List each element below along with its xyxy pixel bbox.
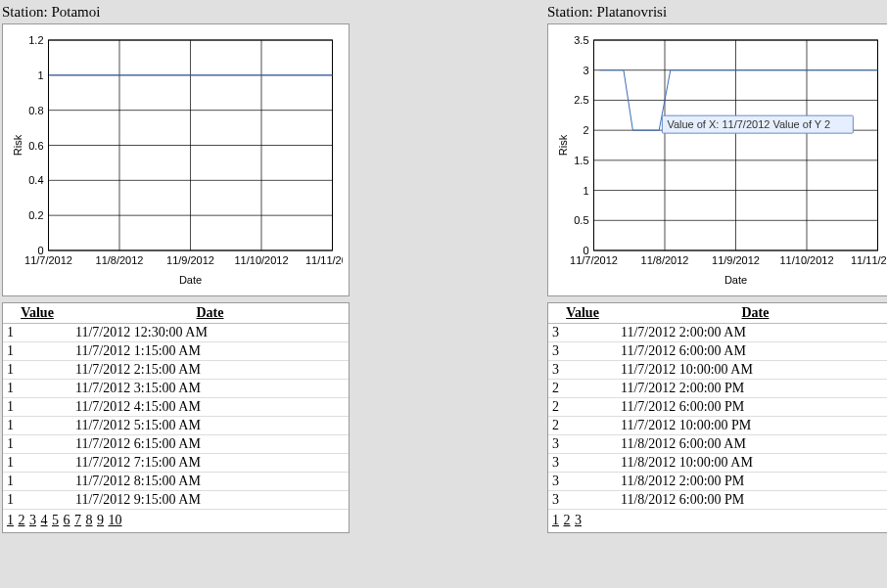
table-row: 111/7/2012 9:15:00 AM xyxy=(3,491,349,510)
svg-text:Value of X: 11/7/2012 Value of: Value of X: 11/7/2012 Value of Y 2 xyxy=(667,118,830,130)
table-row: 111/7/2012 1:15:00 AM xyxy=(3,342,349,361)
svg-text:2.5: 2.5 xyxy=(574,94,588,106)
cell-value: 3 xyxy=(548,435,617,454)
cell-date: 11/7/2012 12:30:00 AM xyxy=(71,324,349,342)
pager-link[interactable]: 2 xyxy=(564,513,571,527)
chart-panel-right: 00.511.522.533.511/7/201211/8/201211/9/2… xyxy=(547,23,887,296)
cell-date: 11/7/2012 2:00:00 AM xyxy=(617,324,887,342)
svg-text:11/7/2012: 11/7/2012 xyxy=(24,254,72,266)
table-panel-right: Value Date 311/7/2012 2:00:00 AM311/7/20… xyxy=(547,302,887,533)
cell-date: 11/7/2012 7:15:00 AM xyxy=(71,454,349,473)
pager-link[interactable]: 3 xyxy=(29,513,36,527)
station-title-right: Station: Platanovrisi xyxy=(547,2,887,23)
table-row: 311/8/2012 6:00:00 AM xyxy=(548,435,887,454)
pager-link[interactable]: 1 xyxy=(7,513,14,527)
svg-text:0.5: 0.5 xyxy=(574,214,588,226)
table-row: 311/8/2012 10:00:00 AM xyxy=(548,454,887,473)
svg-text:3.5: 3.5 xyxy=(574,34,588,46)
cell-date: 11/7/2012 9:15:00 AM xyxy=(71,491,349,510)
cell-value: 1 xyxy=(3,342,71,361)
svg-text:Date: Date xyxy=(724,274,747,286)
cell-value: 3 xyxy=(548,491,617,510)
svg-text:0.6: 0.6 xyxy=(28,140,43,152)
cell-value: 2 xyxy=(548,417,617,435)
svg-text:1: 1 xyxy=(37,69,43,81)
pager-left: 1 2 3 4 5 6 7 8 9 10 xyxy=(3,510,349,532)
pager-link[interactable]: 9 xyxy=(97,513,104,527)
table-row: 311/7/2012 6:00:00 AM xyxy=(548,342,887,361)
cell-value: 1 xyxy=(3,491,71,510)
cell-date: 11/8/2012 2:00:00 PM xyxy=(617,473,887,491)
cell-date: 11/7/2012 2:00:00 PM xyxy=(617,380,887,398)
svg-text:Risk: Risk xyxy=(557,134,569,156)
svg-text:1: 1 xyxy=(583,185,588,197)
table-row: 311/7/2012 2:00:00 AM xyxy=(548,324,887,342)
col-header-value[interactable]: Value xyxy=(3,303,71,324)
station-title-left: Station: Potamoi xyxy=(2,2,350,23)
svg-text:0.8: 0.8 xyxy=(28,105,43,116)
pager-link[interactable]: 2 xyxy=(19,513,25,527)
cell-value: 1 xyxy=(3,435,71,454)
cell-date: 11/7/2012 6:15:00 AM xyxy=(71,435,349,454)
cell-value: 3 xyxy=(548,361,617,380)
table-row: 111/7/2012 4:15:00 AM xyxy=(3,398,349,417)
svg-text:0.4: 0.4 xyxy=(28,174,43,186)
panel-platanovrisi: Station: Platanovrisi 00.511.522.533.511… xyxy=(547,2,887,533)
table-row: 111/7/2012 5:15:00 AM xyxy=(3,417,349,435)
cell-date: 11/8/2012 10:00:00 AM xyxy=(617,454,887,473)
svg-text:11/10/2012: 11/10/2012 xyxy=(234,254,288,266)
cell-date: 11/8/2012 6:00:00 PM xyxy=(617,491,887,510)
chart-right: 00.511.522.533.511/7/201211/8/201211/9/2… xyxy=(554,30,887,290)
cell-date: 11/7/2012 10:00:00 AM xyxy=(617,361,887,380)
col-header-date[interactable]: Date xyxy=(617,303,887,324)
svg-text:11/9/2012: 11/9/2012 xyxy=(712,254,760,266)
cell-value: 3 xyxy=(548,324,617,342)
table-row: 311/7/2012 10:00:00 AM xyxy=(548,361,887,380)
table-row: 111/7/2012 8:15:00 AM xyxy=(3,473,349,491)
chart-left: 00.20.40.60.811.211/7/201211/8/201211/9/… xyxy=(9,30,343,290)
cell-date: 11/7/2012 8:15:00 AM xyxy=(71,473,349,491)
cell-date: 11/7/2012 5:15:00 AM xyxy=(71,417,349,435)
cell-date: 11/7/2012 3:15:00 AM xyxy=(71,380,349,398)
cell-value: 1 xyxy=(3,361,71,380)
chart-panel-left: 00.20.40.60.811.211/7/201211/8/201211/9/… xyxy=(2,23,350,296)
cell-value: 2 xyxy=(548,380,617,398)
svg-text:11/11/2012: 11/11/2012 xyxy=(305,254,343,266)
cell-date: 11/7/2012 6:00:00 PM xyxy=(617,398,887,417)
table-row: 111/7/2012 12:30:00 AM xyxy=(3,324,349,342)
svg-text:Date: Date xyxy=(179,274,202,286)
table-row: 311/8/2012 6:00:00 PM xyxy=(548,491,887,510)
pager-link[interactable]: 10 xyxy=(109,513,122,527)
pager-link[interactable]: 1 xyxy=(552,513,559,527)
svg-text:11/10/2012: 11/10/2012 xyxy=(779,254,833,266)
pager-link[interactable]: 6 xyxy=(64,513,70,527)
col-header-date[interactable]: Date xyxy=(71,303,349,324)
table-row: 211/7/2012 6:00:00 PM xyxy=(548,398,887,417)
data-table-left: Value Date 111/7/2012 12:30:00 AM111/7/2… xyxy=(3,303,349,510)
table-row: 211/7/2012 10:00:00 PM xyxy=(548,417,887,435)
cell-date: 11/8/2012 6:00:00 AM xyxy=(617,435,887,454)
cell-value: 1 xyxy=(3,473,71,491)
pager-link[interactable]: 5 xyxy=(52,513,59,527)
table-row: 111/7/2012 3:15:00 AM xyxy=(3,380,349,398)
col-header-value[interactable]: Value xyxy=(548,303,617,324)
svg-text:11/7/2012: 11/7/2012 xyxy=(570,254,618,266)
cell-date: 11/7/2012 4:15:00 AM xyxy=(71,398,349,417)
cell-date: 11/7/2012 2:15:00 AM xyxy=(71,361,349,380)
table-row: 111/7/2012 2:15:00 AM xyxy=(3,361,349,380)
pager-link[interactable]: 4 xyxy=(41,513,48,527)
table-panel-left: Value Date 111/7/2012 12:30:00 AM111/7/2… xyxy=(2,302,350,533)
cell-value: 1 xyxy=(3,380,71,398)
pager-link[interactable]: 8 xyxy=(86,513,93,527)
svg-text:11/9/2012: 11/9/2012 xyxy=(166,254,214,266)
data-table-right: Value Date 311/7/2012 2:00:00 AM311/7/20… xyxy=(548,303,887,510)
pager-link[interactable]: 3 xyxy=(575,513,582,527)
panel-potamoi: Station: Potamoi 00.20.40.60.811.211/7/2… xyxy=(2,2,350,533)
pager-link[interactable]: 7 xyxy=(74,513,81,527)
svg-text:1.5: 1.5 xyxy=(574,155,588,166)
cell-value: 1 xyxy=(3,324,71,342)
cell-value: 1 xyxy=(3,454,71,473)
svg-text:1.2: 1.2 xyxy=(28,34,43,46)
table-row: 211/7/2012 2:00:00 PM xyxy=(548,380,887,398)
svg-text:11/11/2012: 11/11/2012 xyxy=(851,254,887,266)
